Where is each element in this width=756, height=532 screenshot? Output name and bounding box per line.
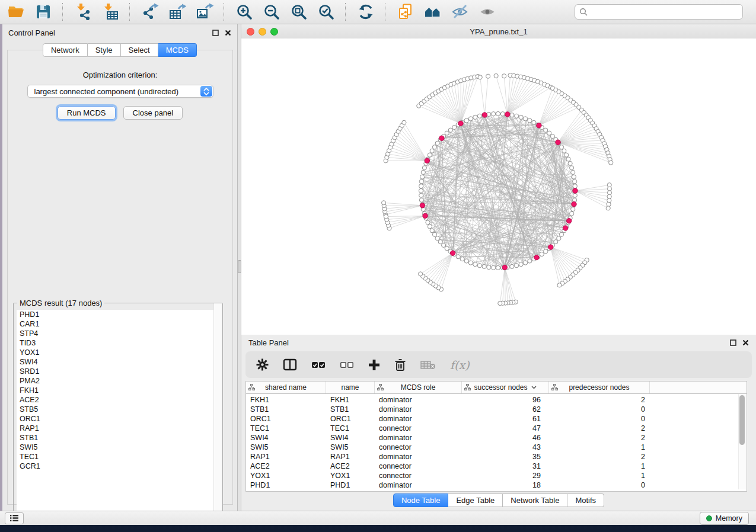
- mcds-result-item[interactable]: SWI4: [17, 357, 219, 367]
- table-row[interactable]: TEC1TEC1connector472: [246, 424, 747, 433]
- tab-motifs[interactable]: Motifs: [567, 493, 604, 507]
- mcds-result-item[interactable]: RAP1: [17, 424, 219, 433]
- table-row[interactable]: PHD1PHD1dominator180: [246, 480, 747, 490]
- mcds-result-item[interactable]: YOX1: [17, 348, 219, 357]
- cell-shared-name[interactable]: SWI4: [246, 434, 326, 442]
- cell-mcds-role[interactable]: dominator: [375, 396, 462, 404]
- zoom-out-button[interactable]: [261, 2, 281, 22]
- mcds-result-item[interactable]: STB1: [17, 433, 219, 443]
- table-row[interactable]: FKH1FKH1dominator962: [246, 395, 747, 405]
- float-panel-icon[interactable]: [730, 339, 736, 346]
- import-network-button[interactable]: [73, 2, 92, 22]
- add-column-button[interactable]: [368, 357, 380, 373]
- cell-mcds-role[interactable]: connector: [375, 443, 462, 451]
- tab-select[interactable]: Select: [121, 43, 158, 57]
- cell-name[interactable]: RAP1: [326, 453, 375, 461]
- show-column-button[interactable]: [283, 357, 297, 373]
- table-row[interactable]: STB1STB1dominator620: [246, 405, 747, 414]
- cell-name[interactable]: ACE2: [326, 462, 375, 470]
- cell-predecessor-nodes[interactable]: 2: [549, 453, 650, 461]
- close-panel-icon[interactable]: [742, 339, 749, 346]
- cell-name[interactable]: YOX1: [326, 472, 375, 480]
- select-all-button[interactable]: [311, 357, 326, 373]
- cell-mcds-role[interactable]: dominator: [375, 453, 462, 461]
- column-header-successor-nodes[interactable]: successor nodes: [462, 382, 549, 393]
- first-neighbors-button[interactable]: [423, 2, 442, 22]
- column-header-name[interactable]: name: [326, 382, 375, 393]
- open-session-button[interactable]: [6, 2, 25, 22]
- cell-name[interactable]: SWI4: [326, 434, 375, 442]
- refresh-view-button[interactable]: [356, 2, 375, 22]
- tab-mcds[interactable]: MCDS: [158, 43, 197, 57]
- tab-style[interactable]: Style: [88, 43, 121, 57]
- export-table-button[interactable]: [167, 2, 187, 22]
- hide-selected-button[interactable]: [450, 2, 470, 22]
- mcds-result-item[interactable]: PMA2: [17, 376, 219, 386]
- table-row[interactable]: ACE2ACE2connector311: [246, 462, 747, 471]
- cell-shared-name[interactable]: FKH1: [246, 396, 326, 404]
- network-graph[interactable]: [241, 39, 756, 332]
- mcds-result-item[interactable]: ORC1: [17, 414, 219, 424]
- task-history-button[interactable]: [5, 512, 24, 524]
- search-input[interactable]: [591, 7, 738, 17]
- memory-button[interactable]: Memory: [700, 512, 749, 525]
- mcds-result-item[interactable]: ACE2: [17, 395, 219, 405]
- window-minimize-button[interactable]: [259, 28, 266, 36]
- network-canvas[interactable]: [241, 39, 756, 335]
- cell-shared-name[interactable]: PHD1: [246, 481, 326, 489]
- cell-predecessor-nodes[interactable]: 1: [549, 462, 650, 470]
- mcds-result-item[interactable]: PHD1: [17, 310, 219, 319]
- cell-successor-nodes[interactable]: 62: [462, 405, 549, 414]
- mcds-result-item[interactable]: TEC1: [17, 452, 219, 462]
- cell-mcds-role[interactable]: dominator: [375, 415, 462, 423]
- cell-successor-nodes[interactable]: 61: [462, 415, 549, 423]
- mcds-result-item[interactable]: CAR1: [17, 319, 219, 329]
- tab-node-table[interactable]: Node Table: [393, 493, 449, 507]
- column-header-shared-name[interactable]: shared name: [246, 382, 326, 393]
- tab-network[interactable]: Network: [43, 43, 88, 57]
- cell-shared-name[interactable]: STB1: [246, 405, 326, 414]
- deselect-all-button[interactable]: [340, 357, 354, 373]
- cell-successor-nodes[interactable]: 46: [462, 434, 549, 442]
- cell-predecessor-nodes[interactable]: 2: [549, 424, 650, 432]
- cell-shared-name[interactable]: TEC1: [246, 424, 326, 432]
- cell-mcds-role[interactable]: dominator: [375, 405, 462, 414]
- cell-shared-name[interactable]: ACE2: [246, 462, 326, 470]
- tab-edge-table[interactable]: Edge Table: [448, 493, 503, 507]
- window-close-button[interactable]: [247, 28, 254, 36]
- cell-predecessor-nodes[interactable]: 0: [549, 481, 650, 489]
- zoom-in-button[interactable]: [234, 2, 254, 22]
- column-header-predecessor-nodes[interactable]: predecessor nodes: [549, 382, 650, 393]
- cell-successor-nodes[interactable]: 35: [462, 453, 549, 461]
- cell-shared-name[interactable]: SWI5: [246, 443, 326, 451]
- cell-shared-name[interactable]: RAP1: [246, 453, 326, 461]
- cell-mcds-role[interactable]: connector: [375, 472, 462, 480]
- cell-shared-name[interactable]: YOX1: [246, 472, 326, 480]
- mcds-result-item[interactable]: SWI5: [17, 443, 219, 452]
- mcds-result-item[interactable]: FKH1: [17, 386, 219, 395]
- cell-mcds-role[interactable]: dominator: [375, 481, 462, 489]
- delete-table-button[interactable]: [420, 357, 436, 373]
- splitter-handle[interactable]: [238, 260, 241, 273]
- cell-successor-nodes[interactable]: 31: [462, 462, 549, 470]
- mcds-result-item[interactable]: STP4: [17, 329, 219, 338]
- cell-predecessor-nodes[interactable]: 2: [549, 434, 650, 442]
- export-image-button[interactable]: [194, 2, 214, 22]
- tab-network-table[interactable]: Network Table: [503, 493, 567, 507]
- cell-mcds-role[interactable]: dominator: [375, 434, 462, 442]
- cell-successor-nodes[interactable]: 18: [462, 481, 549, 489]
- mcds-result-item[interactable]: SRD1: [17, 367, 219, 376]
- float-panel-icon[interactable]: [212, 30, 219, 36]
- cell-shared-name[interactable]: ORC1: [246, 415, 326, 423]
- table-scrollbar-thumb[interactable]: [739, 395, 745, 445]
- cell-name[interactable]: SWI5: [326, 443, 375, 451]
- table-row[interactable]: RAP1RAP1dominator352: [246, 452, 747, 462]
- cell-name[interactable]: STB1: [326, 405, 375, 414]
- cell-mcds-role[interactable]: connector: [375, 424, 462, 432]
- cell-predecessor-nodes[interactable]: 1: [549, 472, 650, 480]
- cell-successor-nodes[interactable]: 43: [462, 443, 549, 451]
- cell-predecessor-nodes[interactable]: 0: [549, 415, 650, 423]
- table-settings-button[interactable]: [256, 357, 269, 373]
- close-panel-button[interactable]: Close panel: [123, 106, 183, 120]
- window-zoom-button[interactable]: [270, 28, 278, 36]
